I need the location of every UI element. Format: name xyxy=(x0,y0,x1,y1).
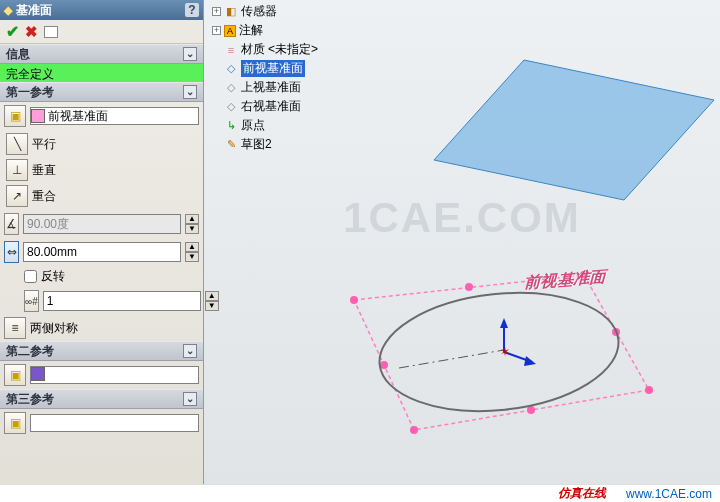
pin-button[interactable] xyxy=(44,26,58,38)
chevron-icon[interactable]: ⌄ xyxy=(183,47,197,61)
plane-icon: ◆ xyxy=(4,4,12,17)
instances-input[interactable] xyxy=(43,291,201,311)
constraint-parallel[interactable]: ╲平行 xyxy=(4,132,199,156)
symmetric-icon: ≡ xyxy=(4,317,26,339)
tree-node-front-plane[interactable]: ◇前视基准面 xyxy=(212,59,378,78)
distance-input[interactable] xyxy=(23,242,181,262)
constraint-coincident[interactable]: ↗重合 xyxy=(4,184,199,208)
tree-node-sensors[interactable]: +◧传感器 xyxy=(212,2,378,21)
angle-spin-down: ▼ xyxy=(185,224,199,234)
svg-point-6 xyxy=(410,426,418,434)
angle-input xyxy=(23,214,181,234)
ref3-selection-row: ▣ xyxy=(0,409,203,437)
angle-spin-up: ▲ xyxy=(185,214,199,224)
feature-tree[interactable]: +◧传感器 +A注解 ≡材质<未指定> ◇前视基准面 ◇上视基准面 ◇右视基准面… xyxy=(210,0,380,156)
chevron-icon[interactable]: ⌄ xyxy=(183,392,197,406)
status-fully-defined: 完全定义 xyxy=(0,64,203,82)
footer-url: www.1CAE.com xyxy=(626,487,712,501)
ref2-selection-box[interactable] xyxy=(30,366,199,384)
footer-brand: 仿真在线 xyxy=(558,485,606,502)
ref3-selection-box[interactable] xyxy=(30,414,199,432)
tree-node-right-plane[interactable]: ◇右视基准面 xyxy=(212,97,378,116)
svg-text:✶: ✶ xyxy=(500,345,510,359)
ref2-selection-row: ▣ xyxy=(0,361,203,389)
svg-marker-11 xyxy=(524,356,536,366)
sketch-ellipse[interactable] xyxy=(374,282,625,422)
ref1-icon[interactable]: ▣ xyxy=(4,105,26,127)
constraint-perpendicular[interactable]: ⊥垂直 xyxy=(4,158,199,182)
svg-point-0 xyxy=(350,296,358,304)
pm-confirm-bar: ✔ ✖ xyxy=(0,20,203,44)
section-ref1-header[interactable]: 第一参考 ⌄ xyxy=(0,82,203,102)
symmetric-option[interactable]: ≡两侧对称 xyxy=(0,315,203,341)
ref3-icon[interactable]: ▣ xyxy=(4,412,26,434)
coincident-icon: ↗ xyxy=(6,185,28,207)
tree-node-origin[interactable]: ↳原点 xyxy=(212,116,378,135)
expand-icon[interactable]: + xyxy=(212,7,221,16)
flip-checkbox-row[interactable]: 反转 xyxy=(0,266,203,287)
pm-title-bar: ◆ 基准面 ? xyxy=(0,0,203,20)
perp-icon: ⊥ xyxy=(6,159,28,181)
offset-plane xyxy=(434,60,714,200)
expand-icon[interactable]: + xyxy=(212,26,221,35)
angle-row: ∡ ▲▼ xyxy=(0,210,203,238)
svg-point-4 xyxy=(645,386,653,394)
angle-icon: ∡ xyxy=(4,213,19,235)
dist-spin-down[interactable]: ▼ xyxy=(185,252,199,262)
section-ref3-header[interactable]: 第三参考 ⌄ xyxy=(0,389,203,409)
ref2-icon[interactable]: ▣ xyxy=(4,364,26,386)
instances-icon: ∞# xyxy=(24,290,39,312)
tree-node-sketch2[interactable]: ✎草图2 xyxy=(212,135,378,154)
instances-row: ∞# ▲▼ xyxy=(0,287,203,315)
svg-marker-9 xyxy=(500,318,508,328)
ref2-swatch xyxy=(31,367,45,381)
section-ref2-header[interactable]: 第二参考 ⌄ xyxy=(0,341,203,361)
centerline xyxy=(399,350,504,368)
tree-node-annotations[interactable]: +A注解 xyxy=(212,21,378,40)
svg-point-1 xyxy=(465,283,473,291)
inst-spin-up[interactable]: ▲ xyxy=(205,291,219,301)
ref1-selection-row: ▣ 前视基准面 xyxy=(0,102,203,130)
tree-node-material[interactable]: ≡材质<未指定> xyxy=(212,40,378,59)
distance-row: ⇔ ▲▼ xyxy=(0,238,203,266)
parallel-icon: ╲ xyxy=(6,133,28,155)
ref1-value: 前视基准面 xyxy=(45,108,111,125)
flip-checkbox[interactable] xyxy=(24,270,37,283)
dist-spin-up[interactable]: ▲ xyxy=(185,242,199,252)
ref1-swatch xyxy=(31,109,45,123)
pm-title-text: 基准面 xyxy=(16,2,52,19)
section-info-header[interactable]: 信息 ⌄ xyxy=(0,44,203,64)
chevron-icon[interactable]: ⌄ xyxy=(183,344,197,358)
cancel-button[interactable]: ✖ xyxy=(25,23,38,41)
inst-spin-down[interactable]: ▼ xyxy=(205,301,219,311)
ok-button[interactable]: ✔ xyxy=(6,22,19,41)
help-button[interactable]: ? xyxy=(185,3,199,17)
chevron-icon[interactable]: ⌄ xyxy=(183,85,197,99)
property-manager: ◆ 基准面 ? ✔ ✖ 信息 ⌄ 完全定义 第一参考 ⌄ ▣ 前视基准面 ╲平行… xyxy=(0,0,204,484)
footer-bar: 仿真在线 www.1CAE.com xyxy=(0,484,720,502)
distance-icon[interactable]: ⇔ xyxy=(4,241,19,263)
tree-node-top-plane[interactable]: ◇上视基准面 xyxy=(212,78,378,97)
ref1-selection-box[interactable]: 前视基准面 xyxy=(30,107,199,125)
origin-triad: ✶ xyxy=(500,318,536,366)
